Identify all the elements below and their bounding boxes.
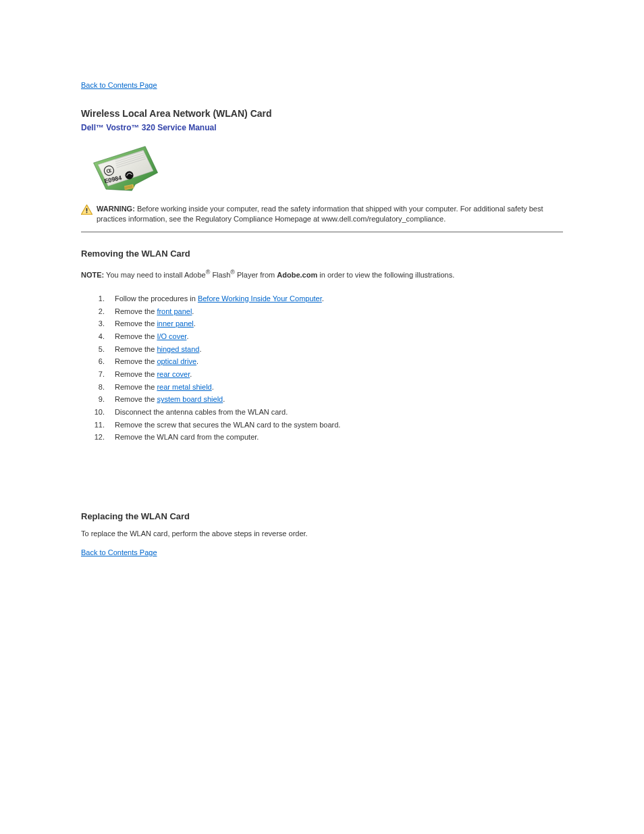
step-suffix: . — [322, 294, 324, 303]
svg-rect-17 — [86, 208, 88, 211]
note-text-a: You may need to install Adobe — [106, 270, 206, 278]
io-cover-link[interactable]: I/O cover — [157, 332, 186, 340]
step-row: Remove the screw that secures the WLAN c… — [107, 419, 563, 432]
note-text-b: Flash — [210, 270, 230, 278]
step-row: Remove the optical drive. — [107, 355, 563, 368]
hinged-stand-link[interactable]: hinged stand — [157, 345, 199, 353]
step-plain: Remove the screw that secures the WLAN c… — [115, 421, 340, 429]
step-suffix: . — [194, 319, 196, 328]
step-row: Remove the I/O cover. — [107, 330, 563, 343]
step-prefix: Remove the — [115, 383, 157, 391]
note-adobe-site: Adobe.com — [277, 270, 317, 278]
back-to-contents-link-top[interactable]: Back to Contents Page — [81, 81, 157, 89]
replacing-heading: Replacing the WLAN Card — [81, 511, 563, 521]
step-prefix: Remove the — [115, 345, 157, 353]
step-prefix: Follow the procedures in — [115, 294, 198, 303]
removing-heading: Removing the WLAN Card — [81, 249, 563, 259]
manual-subtitle: Dell™ Vostro™ 320 Service Manual — [81, 123, 563, 132]
step-suffix: . — [186, 332, 188, 340]
warning-callout: WARNING: Before working inside your comp… — [81, 204, 563, 225]
removal-steps-list: Follow the procedures in Before Working … — [81, 292, 563, 444]
step-row: Remove the rear cover. — [107, 368, 563, 381]
note-label: NOTE: — [81, 270, 104, 278]
rear-metal-shield-link[interactable]: rear metal shield — [157, 383, 211, 391]
system-board-shield-link[interactable]: system board shield — [157, 395, 223, 403]
inner-panel-link[interactable]: inner panel — [157, 319, 193, 328]
step-prefix: Remove the — [115, 307, 157, 315]
note-callout: NOTE: You may need to install Adobe® Fla… — [81, 268, 563, 280]
back-to-contents-link-bottom[interactable]: Back to Contents Page — [81, 548, 157, 556]
wlan-card-image: C € E0984 — [84, 145, 563, 199]
step-prefix: Remove the — [115, 332, 157, 340]
step-row: Disconnect the antenna cables from the W… — [107, 406, 563, 419]
step-suffix: . — [223, 395, 225, 403]
warning-body: Before working inside your computer, rea… — [97, 205, 543, 223]
step-suffix: . — [196, 357, 198, 365]
front-panel-link[interactable]: front panel — [157, 307, 192, 315]
step-suffix: . — [192, 307, 194, 315]
step-plain: Remove the WLAN card from the computer. — [115, 433, 259, 441]
step-row: Remove the WLAN card from the computer. — [107, 431, 563, 444]
step-suffix: . — [212, 383, 214, 391]
note-text-d: in order to view the following illustrat… — [317, 270, 454, 278]
step-prefix: Remove the — [115, 319, 157, 328]
step-row: Remove the system board shield. — [107, 393, 563, 406]
step-prefix: Remove the — [115, 370, 157, 378]
step-row: Remove the rear metal shield. — [107, 381, 563, 394]
step-suffix: . — [190, 370, 192, 378]
rear-cover-link[interactable]: rear cover — [157, 370, 190, 378]
step-suffix: . — [199, 345, 201, 353]
step-row: Remove the hinged stand. — [107, 343, 563, 356]
step-row: Remove the front panel. — [107, 305, 563, 318]
step-row: Remove the inner panel. — [107, 317, 563, 330]
warning-label: WARNING: — [97, 205, 135, 213]
note-text-c: Player from — [235, 270, 277, 278]
step-prefix: Remove the — [115, 395, 157, 403]
replacing-text: To replace the WLAN card, perform the ab… — [81, 529, 563, 538]
section-divider — [81, 232, 563, 232]
svg-point-18 — [86, 212, 88, 213]
step-plain: Disconnect the antenna cables from the W… — [115, 408, 288, 416]
warning-icon — [81, 205, 92, 215]
optical-drive-link[interactable]: optical drive — [157, 357, 196, 365]
step-prefix: Remove the — [115, 357, 157, 365]
page-title: Wireless Local Area Network (WLAN) Card — [81, 108, 563, 119]
before-working-link[interactable]: Before Working Inside Your Computer — [198, 294, 322, 303]
step-row: Follow the procedures in Before Working … — [107, 292, 563, 305]
